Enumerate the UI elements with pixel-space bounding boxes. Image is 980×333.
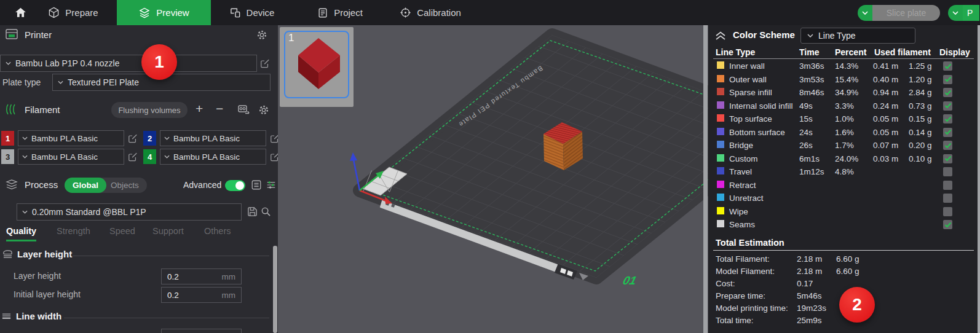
printer-settings-button[interactable] bbox=[256, 29, 267, 41]
slice-dropdown-button[interactable] bbox=[858, 5, 872, 21]
display-checkbox[interactable] bbox=[943, 75, 952, 84]
printer-select[interactable]: Bambu Lab P1P 0.4 nozzle bbox=[0, 55, 257, 72]
display-checkbox[interactable] bbox=[943, 114, 952, 123]
display-checkbox[interactable] bbox=[943, 101, 952, 111]
line-type-name: Seams bbox=[729, 220, 755, 229]
process-tab-support[interactable]: Support bbox=[152, 226, 184, 236]
check-icon bbox=[944, 129, 952, 135]
sidebar-scrollbar[interactable] bbox=[273, 246, 277, 333]
display-checkbox[interactable] bbox=[943, 207, 952, 216]
line-type-name: Custom bbox=[729, 154, 758, 163]
collapse-panel-button[interactable] bbox=[714, 30, 727, 41]
tab-label: Device bbox=[247, 7, 275, 18]
line-type-name: Bridge bbox=[729, 141, 753, 150]
advanced-toggle[interactable] bbox=[225, 180, 245, 191]
ams-button[interactable] bbox=[237, 104, 251, 116]
display-checkbox[interactable] bbox=[943, 167, 952, 176]
line-type-name: Top surface bbox=[729, 114, 772, 123]
gear-icon bbox=[258, 104, 269, 116]
line-type-used-m: 0.03 m bbox=[873, 154, 898, 163]
display-checkbox[interactable] bbox=[943, 61, 952, 71]
slice-plate-button[interactable]: Slice plate bbox=[872, 5, 940, 21]
line-type-time: 26s bbox=[799, 141, 813, 150]
line-type-row: Custom 6m1s 24.0% 0.03 m 0.10 g bbox=[708, 153, 980, 166]
scope-objects-button[interactable]: Objects bbox=[106, 181, 147, 190]
compare-params-button[interactable] bbox=[266, 179, 277, 190]
tab-device[interactable]: Device bbox=[216, 0, 287, 25]
tab-project[interactable]: Project bbox=[306, 0, 374, 25]
filament-slots: 1 Bambu PLA Basic 2 Bambu PLA Basic 3 bbox=[1, 130, 277, 165]
display-checkbox[interactable] bbox=[943, 220, 952, 229]
tab-label: Preview bbox=[156, 7, 189, 18]
line-type-used-g: 2.84 g bbox=[909, 88, 932, 97]
line-type-used-g: 0.20 g bbox=[909, 141, 932, 150]
estimation-value-1: 2.18 m bbox=[797, 267, 822, 276]
process-preset-select[interactable]: 0.20mm Standard @BBL P1P bbox=[17, 203, 242, 221]
printer-section-header: Printer bbox=[5, 28, 52, 41]
bambu-studio-window: Prepare Preview Device Project Calibrati… bbox=[0, 0, 980, 333]
print-plate-button[interactable]: P bbox=[963, 5, 979, 21]
panel-scrollbar[interactable] bbox=[978, 25, 980, 333]
search-params-button[interactable] bbox=[261, 206, 271, 217]
line-type-used-g: 0.14 g bbox=[909, 128, 932, 137]
display-checkbox[interactable] bbox=[943, 88, 952, 97]
process-tab-speed[interactable]: Speed bbox=[109, 226, 135, 236]
filament-select[interactable]: Bambu PLA Basic bbox=[18, 130, 124, 146]
display-checkbox[interactable] bbox=[943, 128, 952, 137]
remove-filament-button[interactable]: − bbox=[216, 103, 223, 115]
flushing-volumes-button[interactable]: Flushing volumes bbox=[111, 102, 188, 118]
tab-prepare[interactable]: Prepare bbox=[39, 0, 107, 25]
chevron-down-icon bbox=[22, 136, 28, 140]
settings-list-button[interactable] bbox=[251, 179, 262, 190]
line-width-icon bbox=[1, 312, 12, 321]
layer-height-icon bbox=[2, 249, 13, 259]
printer-edit-button[interactable] bbox=[260, 58, 270, 68]
display-checkbox[interactable] bbox=[943, 194, 952, 203]
thumbnail-cube bbox=[280, 27, 354, 107]
filament-select[interactable]: Bambu PLA Basic bbox=[160, 130, 266, 146]
initial-layer-height-input[interactable]: 0.2 mm bbox=[161, 287, 242, 303]
display-checkbox[interactable] bbox=[943, 141, 952, 150]
save-preset-button[interactable] bbox=[247, 206, 258, 217]
filament-select[interactable]: Bambu PLA Basic bbox=[160, 149, 266, 165]
annotation-badge-1: 1 bbox=[141, 44, 177, 80]
edit-icon[interactable] bbox=[128, 133, 138, 143]
layer-height-input[interactable]: 0.2 mm bbox=[161, 268, 242, 284]
line-type-name: Internal solid infill bbox=[729, 101, 793, 111]
tab-preview[interactable]: Preview bbox=[117, 0, 211, 25]
scope-global-button[interactable]: Global bbox=[65, 178, 106, 193]
check-icon bbox=[944, 103, 952, 109]
annotation-badge-2: 2 bbox=[839, 287, 875, 323]
line-type-color-swatch bbox=[717, 181, 724, 188]
check-icon bbox=[944, 116, 952, 122]
process-tab-quality[interactable]: Quality bbox=[6, 226, 36, 241]
tab-calibration[interactable]: Calibration bbox=[387, 0, 473, 25]
layer-height-group-title: Layer height bbox=[17, 249, 72, 259]
display-checkbox[interactable] bbox=[943, 181, 952, 190]
layer-slider[interactable] bbox=[703, 25, 708, 333]
filament-select[interactable]: Bambu PLA Basic bbox=[18, 149, 124, 165]
line-type-used-m: 0.41 m bbox=[873, 61, 898, 71]
line-type-used-m: 0.24 m bbox=[873, 101, 898, 111]
filament-settings-button[interactable] bbox=[258, 104, 269, 116]
process-tab-others[interactable]: Others bbox=[204, 226, 231, 236]
edit-icon[interactable] bbox=[128, 152, 138, 162]
filament-slot: 4 Bambu PLA Basic bbox=[143, 149, 278, 165]
edit-icon[interactable] bbox=[270, 152, 278, 162]
plate-thumbnail[interactable]: 1 bbox=[280, 27, 354, 107]
line-type-used-g: 1.20 g bbox=[909, 75, 932, 84]
estimation-label: Total Filament: bbox=[716, 254, 770, 264]
add-filament-button[interactable]: + bbox=[196, 103, 203, 115]
color-scheme-title: Color Scheme bbox=[733, 29, 795, 40]
layer-height-value: 0.2 bbox=[167, 272, 179, 281]
print-dropdown-button[interactable] bbox=[948, 5, 963, 21]
home-button[interactable] bbox=[7, 0, 33, 25]
estimation-value-2: 6.60 g bbox=[836, 267, 859, 276]
line-width-input[interactable] bbox=[161, 329, 242, 333]
line-type-time: 3m53s bbox=[799, 75, 824, 84]
viewport-3d[interactable]: Bambu Textured PEI Plate bbox=[278, 25, 708, 333]
display-checkbox[interactable] bbox=[943, 154, 952, 163]
edit-icon[interactable] bbox=[270, 133, 278, 143]
process-tab-strength[interactable]: Strength bbox=[57, 226, 90, 236]
color-scheme-select[interactable]: Line Type bbox=[800, 28, 915, 44]
